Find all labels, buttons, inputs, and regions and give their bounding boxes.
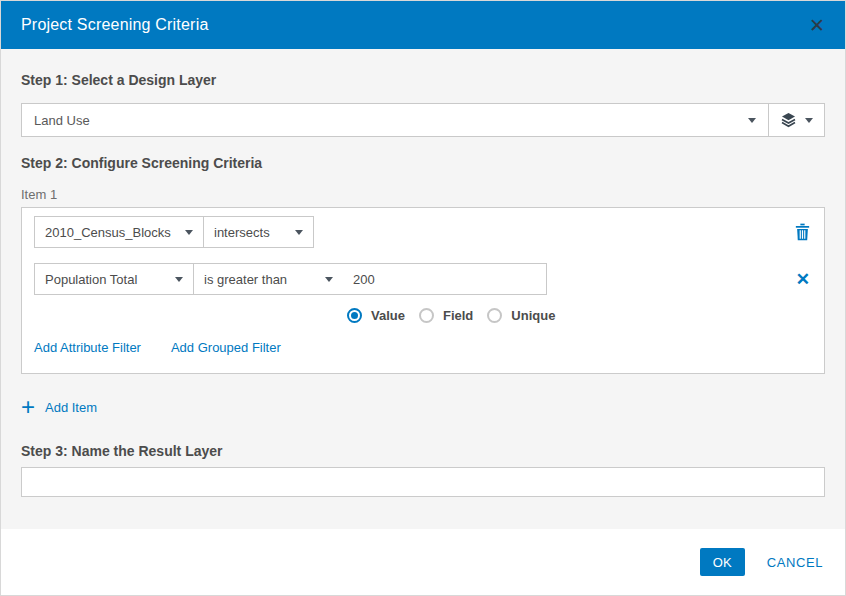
spatial-operator-value: intersects (214, 225, 270, 240)
trash-icon (795, 223, 810, 241)
criteria-layer-value: 2010_Census_Blocks (45, 225, 171, 240)
radio-button-icon (487, 308, 502, 323)
chevron-down-icon (175, 277, 183, 282)
add-attribute-filter-link[interactable]: Add Attribute Filter (34, 340, 141, 355)
radio-field[interactable]: Field (419, 308, 473, 323)
layer-options-button[interactable] (769, 103, 825, 137)
step2-label: Step 2: Configure Screening Criteria (21, 155, 825, 171)
dialog-footer: OK CANCEL (1, 529, 845, 595)
spatial-operator-select[interactable]: intersects (203, 217, 313, 247)
close-icon[interactable]: ✕ (807, 14, 827, 37)
dialog-body: Step 1: Select a Design Layer Land Use S… (1, 49, 845, 529)
chevron-down-icon (748, 118, 756, 123)
dialog-title: Project Screening Criteria (21, 16, 209, 34)
design-layer-select[interactable]: Land Use (21, 103, 769, 137)
layers-icon (780, 112, 797, 128)
filter-field-value: Population Total (45, 272, 137, 287)
chevron-down-icon (295, 230, 303, 235)
radio-button-icon (419, 308, 434, 323)
filter-type-radio-group: Value Field Unique (347, 308, 812, 323)
ok-button[interactable]: OK (700, 548, 745, 576)
chevron-down-icon (805, 118, 813, 123)
radio-unique[interactable]: Unique (487, 308, 555, 323)
attribute-filter-group: Population Total is greater than (34, 263, 547, 295)
result-layer-name-input[interactable] (21, 467, 825, 497)
filter-value-input[interactable] (343, 264, 546, 294)
project-screening-criteria-dialog: Project Screening Criteria ✕ Step 1: Sel… (0, 0, 846, 596)
radio-value[interactable]: Value (347, 308, 405, 323)
plus-icon: + (21, 398, 35, 416)
criteria-layer-select[interactable]: 2010_Census_Blocks (35, 217, 203, 247)
add-grouped-filter-link[interactable]: Add Grouped Filter (171, 340, 281, 355)
cancel-button[interactable]: CANCEL (767, 555, 823, 570)
spatial-criteria-group: 2010_Census_Blocks intersects (34, 216, 314, 248)
dialog-header: Project Screening Criteria ✕ (1, 1, 845, 49)
filter-operator-value: is greater than (204, 272, 287, 287)
attribute-filter-row: Population Total is greater than ✕ (34, 263, 812, 295)
design-layer-row: Land Use (21, 103, 825, 137)
add-item-label: Add Item (45, 400, 97, 415)
filter-links-row: Add Attribute Filter Add Grouped Filter (34, 340, 812, 355)
spatial-criteria-row: 2010_Census_Blocks intersects (34, 216, 812, 248)
remove-filter-button[interactable]: ✕ (794, 269, 812, 290)
delete-item-button[interactable] (793, 221, 812, 243)
step1-label: Step 1: Select a Design Layer (21, 72, 825, 88)
add-item-button[interactable]: + Add Item (21, 398, 97, 416)
chevron-down-icon (325, 277, 333, 282)
item-title: Item 1 (21, 187, 825, 202)
filter-field-select[interactable]: Population Total (35, 264, 193, 294)
step3-label: Step 3: Name the Result Layer (21, 443, 825, 459)
filter-operator-select[interactable]: is greater than (193, 264, 343, 294)
chevron-down-icon (185, 230, 193, 235)
design-layer-value: Land Use (34, 113, 90, 128)
criteria-item-panel: 2010_Census_Blocks intersects (21, 207, 825, 374)
radio-button-icon (347, 308, 362, 323)
